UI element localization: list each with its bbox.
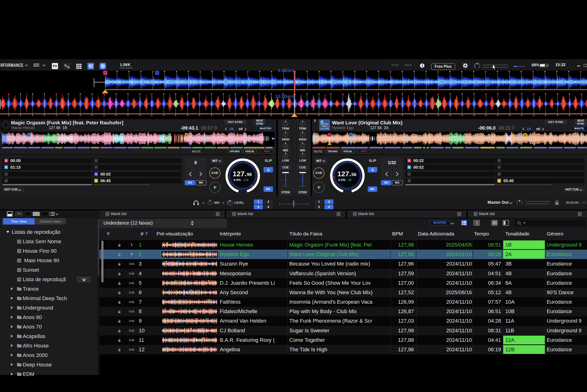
svg-text:ego: ego	[322, 125, 326, 127]
